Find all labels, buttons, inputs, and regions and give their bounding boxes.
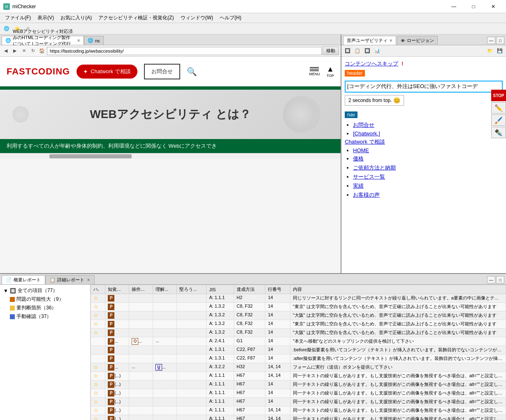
table-row[interactable]: P...O......A: 2.4.1G114"本文へ移動"などのスキップリンク…: [91, 337, 506, 346]
header-tag[interactable]: header: [345, 70, 365, 77]
nav-link-0[interactable]: お問合せ: [353, 122, 374, 128]
bottom-tab-summary[interactable]: 📄 概要レポート: [2, 275, 45, 284]
top-button[interactable]: ▲ TOP: [327, 65, 334, 78]
nav-services-link[interactable]: サービス一覧: [353, 174, 385, 180]
scroll-thumb[interactable]: [49, 154, 132, 158]
minimize-button[interactable]: —: [444, 0, 463, 13]
contact-label: お問合せ: [151, 68, 173, 74]
go-button[interactable]: 移動: [323, 46, 339, 55]
th-robust[interactable]: 堅ろう...: [177, 285, 207, 294]
method-cell: C8, F32: [234, 303, 265, 311]
star-icon: ☆: [93, 364, 98, 370]
acc-tool-5[interactable]: 📁: [485, 46, 494, 56]
side-btn-eyedropper[interactable]: ✒️: [491, 127, 506, 138]
title-bar: M miChecker — □ ✕: [0, 0, 506, 13]
table-row[interactable]: ☆PA: 1.3.2C8, F3214"大阪" は文字間に空白を含んでいるため、…: [91, 311, 506, 320]
contact-button[interactable]: お問合せ: [144, 64, 180, 79]
globe-icon[interactable]: 🌐: [2, 24, 12, 33]
acc-tool-1[interactable]: 🔲: [343, 46, 352, 56]
sidebar-manual-label: 手動確認（37）: [16, 313, 51, 320]
maximize-button[interactable]: □: [464, 0, 483, 13]
horizontal-scrollbar[interactable]: [0, 153, 341, 159]
menu-button[interactable]: MENU: [309, 67, 320, 76]
sidebar-item-high[interactable]: 問題の可能性大（9）: [2, 295, 88, 304]
nav-link-1[interactable]: [Chatwork.]: [353, 130, 380, 137]
acc-tab-voice-close[interactable]: ✕: [389, 38, 392, 43]
acc-tool-3[interactable]: 🔲: [363, 46, 372, 56]
menu-file[interactable]: ファイル(F): [2, 14, 34, 22]
table-row[interactable]: ☆PA: 1.3.2C8, F3214"大阪" は文字間に空白を含んでいるため、…: [91, 329, 506, 337]
report-table-container[interactable]: ハ. 知覚... 操作... 理解... 堅ろう... JIS 達成方法 行番号…: [91, 285, 506, 420]
bottom-minimize-button[interactable]: —: [487, 276, 495, 283]
nav-results-link[interactable]: 実績: [353, 183, 364, 189]
tab-favicon: 🌐: [5, 38, 11, 43]
nav-home-link[interactable]: HOME: [353, 147, 369, 153]
skip-link[interactable]: コンテンツへスキップ: [345, 60, 398, 67]
nav-price-link[interactable]: 価格: [353, 155, 364, 162]
badge-u: U: [156, 364, 162, 371]
stop-button[interactable]: ✕: [20, 47, 28, 55]
table-row[interactable]: ☆P......U...A: 3.2.2H3214, 14フォームに実行（送信）…: [91, 363, 506, 372]
address-input[interactable]: [47, 47, 322, 55]
table-row[interactable]: ☆PA: 1.3.2C8, F3214"東京" は文字間に空白を含んでいるため、…: [91, 303, 506, 311]
acc-tool-2[interactable]: 📋: [353, 46, 362, 56]
search-button[interactable]: 🔍: [187, 67, 197, 77]
table-row[interactable]: ☆PA: 1.1.1H214同じリソースに対するリンクに同一のテキストが繰り返し…: [91, 294, 506, 303]
th-perceive[interactable]: 知覚...: [105, 285, 129, 294]
report-content: ▼ 🔲 全ての項目（77） 問題の可能性大（9） 要判断箇所（36） 手動確認（…: [0, 285, 506, 420]
bottom-tab-detail[interactable]: 📋 詳細レポート ✕: [45, 275, 95, 284]
jis-cell: A: 1.3.2: [207, 311, 234, 320]
refresh-button[interactable]: ↻: [29, 47, 37, 55]
sidebar-header-all[interactable]: ▼ 🔲 全ての項目（77）: [2, 286, 88, 295]
back-button[interactable]: ◀: [2, 47, 10, 55]
bottom-tab-detail-close[interactable]: ✕: [87, 278, 90, 282]
sidebar-item-medium[interactable]: 要判断箇所（36）: [2, 304, 88, 312]
method-cell: H67: [234, 398, 265, 406]
bottom-maximize-button[interactable]: □: [496, 276, 504, 283]
table-row[interactable]: ☆P(...)A: 1.1.1H6714, 14同一テキストの繰り返しがあります…: [91, 406, 506, 415]
acc-tool-4[interactable]: 📊: [373, 46, 382, 56]
table-row[interactable]: ☆P(...)A: 1.1.1H6714同一テキストの繰り返しがあります。もし支…: [91, 398, 506, 406]
table-row[interactable]: ☆P(...)A: 1.1.1H6714同一テキストの繰り返しがあります。もし支…: [91, 381, 506, 389]
sidebar-root-icon: 🔲: [10, 288, 16, 294]
acc-minimize-button[interactable]: —: [487, 37, 495, 44]
table-row[interactable]: ☆P(...)A: 1.1.1H6714, 14同一テキストの繰り返しがあります…: [91, 415, 506, 420]
tab-close-active[interactable]: ✕: [77, 38, 80, 43]
badge-p: P: [108, 390, 114, 397]
menu-view[interactable]: 表示(V): [34, 14, 57, 22]
close-button[interactable]: ✕: [484, 0, 503, 13]
line-cell: 14: [265, 294, 290, 303]
acc-tab-voice[interactable]: 音声ユーザビリティ ✕: [343, 36, 396, 45]
table-row[interactable]: ☆P(...)A: 1.1.1H6714, 14同一テキストの繰り返しがあります…: [91, 372, 506, 381]
content-cell: 同一テキストの繰り返しがあります。もし支援技術がこの画像を無視するべき場合は、a…: [290, 398, 506, 406]
browser-tab-inactive[interactable]: 🌐 ns: [84, 36, 104, 45]
side-btn-brush[interactable]: 🖌️: [491, 114, 506, 126]
browser-tab-active[interactable]: 🌐 WEBアクセシビリティ対応済みのHTMLコーディング製作について | コーデ…: [2, 36, 84, 45]
menu-help[interactable]: ヘルプ(H): [216, 14, 245, 22]
table-row[interactable]: ☆PA: 1.3.2C8, F3214"東京" は文字間に空白を含んでいるため、…: [91, 320, 506, 329]
sidebar-item-manual[interactable]: 手動確認（37）: [2, 312, 88, 321]
badge-p: P: [108, 295, 114, 302]
chatwork-acc-link[interactable]: Chatwork で相談: [345, 139, 385, 145]
chatwork-button[interactable]: ✦ Chatwork で相談: [77, 65, 137, 79]
nav-order-link[interactable]: ご依頼方法と納期: [353, 165, 396, 171]
th-operate[interactable]: 操作...: [129, 285, 153, 294]
th-understand[interactable]: 理解...: [153, 285, 177, 294]
menu-accessibility[interactable]: アクセシビリティ検証・視覚化(Z): [95, 14, 177, 22]
acc-tab-lowvision[interactable]: 👁 ロービジョン: [397, 36, 438, 45]
nav-voice-link[interactable]: お客様の声: [353, 192, 380, 198]
table-row[interactable]: PA: 1.3.1C22, F8714:before擬似要素を用いてコンテンツ（…: [91, 346, 506, 355]
acc-maximize-button[interactable]: □: [496, 37, 504, 44]
side-btn-pencil[interactable]: ✏️: [491, 102, 506, 114]
nav-tag[interactable]: nav: [345, 111, 357, 118]
forward-button[interactable]: ▶: [11, 47, 19, 55]
acc-tab-lowvision-label: ロービジョン: [407, 37, 434, 44]
table-row[interactable]: PA: 1.3.1C22, F8714:after擬似要素を用いてコンテンツ（テ…: [91, 355, 506, 363]
acc-tool-6[interactable]: 💾: [495, 46, 504, 56]
menu-favorites[interactable]: お気に入り(A): [57, 14, 95, 22]
home-button[interactable]: 🏠: [38, 47, 46, 55]
stop-button[interactable]: STOP: [491, 90, 506, 101]
menu-window[interactable]: ウィンドウ(W): [177, 14, 216, 22]
table-row[interactable]: ☆P(...)A: 1.1.1H6714同一テキストの繰り返しがあります。もし支…: [91, 389, 506, 398]
tooltip-text: 2 seconds from top.: [348, 97, 392, 103]
